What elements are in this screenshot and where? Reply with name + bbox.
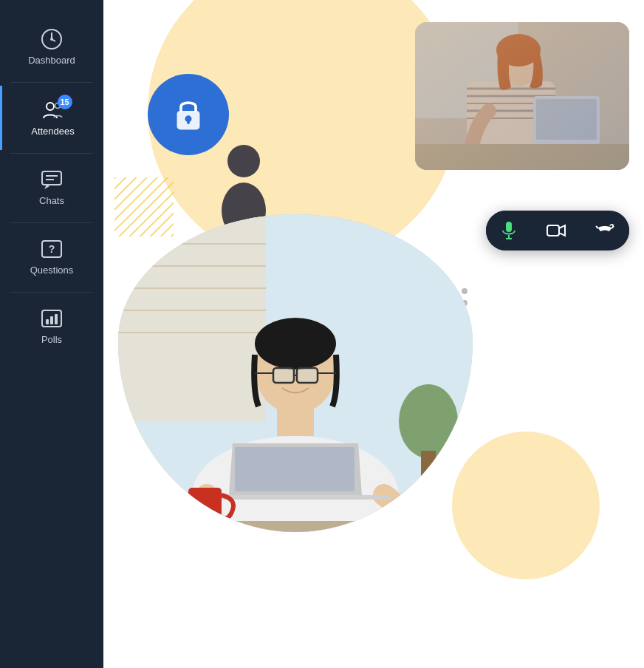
svg-point-2 <box>47 103 54 110</box>
end-call-button[interactable] <box>580 212 629 249</box>
sidebar-item-dashboard-label: Dashboard <box>28 55 75 66</box>
sidebar-item-chats-label: Chats <box>39 195 64 206</box>
controls-bar <box>486 211 629 250</box>
svg-point-40 <box>399 384 458 458</box>
svg-rect-54 <box>118 521 473 532</box>
svg-rect-46 <box>273 368 294 383</box>
svg-rect-30 <box>533 96 600 144</box>
svg-point-29 <box>496 34 541 67</box>
sidebar-item-questions[interactable]: ? Questions <box>0 226 103 289</box>
svg-rect-51 <box>214 495 391 500</box>
svg-rect-12 <box>55 314 58 324</box>
svg-rect-41 <box>421 451 436 495</box>
svg-marker-61 <box>612 225 614 226</box>
svg-rect-11 <box>50 316 53 324</box>
attendees-icon: 15 <box>41 99 65 121</box>
dashboard-icon <box>41 28 63 50</box>
man-photo <box>118 214 473 532</box>
divider-2 <box>10 153 93 154</box>
svg-rect-53 <box>188 488 222 525</box>
divider-4 <box>10 292 93 293</box>
svg-point-45 <box>255 318 336 369</box>
bg-circle-bottom-right <box>452 432 600 579</box>
svg-rect-32 <box>415 144 629 170</box>
lock-icon <box>170 96 207 133</box>
attendees-badge: 15 <box>58 95 72 109</box>
lock-circle <box>148 74 229 155</box>
svg-rect-4 <box>42 171 61 185</box>
svg-rect-34 <box>118 214 266 421</box>
polls-icon <box>41 309 63 330</box>
sidebar-item-attendees[interactable]: 15 Attendees <box>0 86 103 150</box>
svg-rect-55 <box>506 222 512 232</box>
sidebar-item-dashboard[interactable]: Dashboard <box>0 15 103 79</box>
svg-rect-58 <box>547 225 559 236</box>
svg-line-59 <box>596 226 598 228</box>
sidebar-item-attendees-label: Attendees <box>31 126 75 137</box>
svg-rect-52 <box>235 447 354 491</box>
sidebar: Dashboard 15 Attendees Chats <box>0 0 103 668</box>
svg-rect-31 <box>536 99 597 140</box>
sidebar-item-questions-label: Questions <box>30 265 74 276</box>
svg-text:?: ? <box>49 243 55 255</box>
sidebar-item-polls[interactable]: Polls <box>0 296 103 358</box>
divider-3 <box>10 222 93 223</box>
man-video-main <box>118 214 473 532</box>
svg-rect-10 <box>46 319 49 324</box>
woman-photo <box>415 22 629 170</box>
svg-point-18 <box>227 145 260 177</box>
svg-point-28 <box>498 39 539 86</box>
svg-rect-20 <box>415 22 629 170</box>
woman-video-thumbnail <box>415 22 629 170</box>
mic-button[interactable] <box>486 211 532 250</box>
svg-point-1 <box>50 38 53 41</box>
questions-icon: ? <box>41 239 63 260</box>
video-button[interactable] <box>532 213 580 248</box>
sidebar-item-polls-label: Polls <box>41 334 62 345</box>
svg-rect-22 <box>467 81 555 170</box>
svg-rect-21 <box>415 22 518 118</box>
divider-1 <box>10 82 93 83</box>
svg-rect-15 <box>187 119 190 124</box>
svg-rect-47 <box>297 368 318 383</box>
chats-icon <box>41 170 63 191</box>
sidebar-item-chats[interactable]: Chats <box>0 157 103 219</box>
